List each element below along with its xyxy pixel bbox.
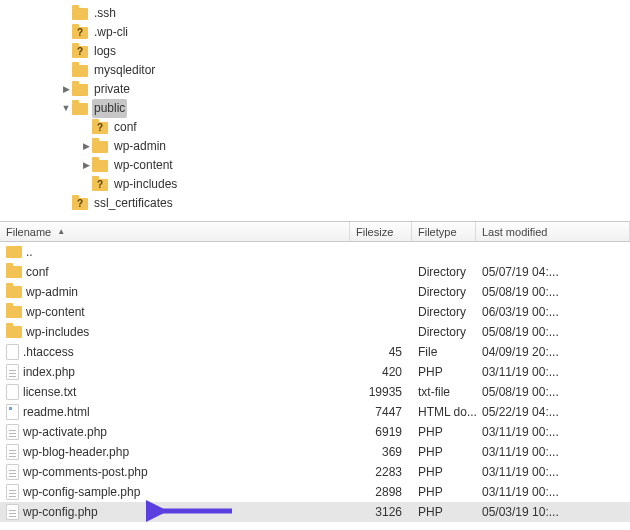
folder-tree: .ssh.wp-clilogsmysqleditor▶private▼publi… xyxy=(0,0,630,222)
file-row[interactable]: wp-contentDirectory06/03/19 00:... xyxy=(0,302,630,322)
tree-item-label: private xyxy=(92,80,132,99)
cell-filetype: Directory xyxy=(412,262,476,282)
cell-filesize: 2283 xyxy=(350,462,412,482)
folder-icon xyxy=(6,266,22,278)
cell-filesize: 7447 xyxy=(350,402,412,422)
cell-filetype: Directory xyxy=(412,302,476,322)
tree-item-label: wp-admin xyxy=(112,137,168,156)
cell-lastmodified: 03/11/19 00:... xyxy=(476,462,630,482)
filename-label: wp-comments-post.php xyxy=(23,462,148,482)
tree-item-label: public xyxy=(92,99,127,118)
tree-item-label: wp-includes xyxy=(112,175,179,194)
header-filetype[interactable]: Filetype xyxy=(412,222,476,241)
tree-item-sslcertificates[interactable]: ssl_certificates xyxy=(0,194,630,213)
file-row[interactable]: license.txt19935txt-file05/08/19 00:... xyxy=(0,382,630,402)
sort-ascending-icon: ▲ xyxy=(57,227,65,236)
file-row[interactable]: wp-includesDirectory05/08/19 00:... xyxy=(0,322,630,342)
cell-filename: wp-content xyxy=(0,302,350,322)
cell-lastmodified: 05/03/19 10:... xyxy=(476,502,630,522)
header-filesize[interactable]: Filesize xyxy=(350,222,412,241)
file-row[interactable]: wp-activate.php6919PHP03/11/19 00:... xyxy=(0,422,630,442)
cell-filesize: 19935 xyxy=(350,382,412,402)
tree-item-private[interactable]: ▶private xyxy=(0,80,630,99)
html-file-icon xyxy=(6,404,19,420)
tree-item-conf[interactable]: conf xyxy=(0,118,630,137)
folder-icon xyxy=(72,44,88,60)
folder-icon xyxy=(92,158,108,174)
php-file-icon xyxy=(6,464,19,480)
filename-label: wp-content xyxy=(26,302,85,322)
tree-item-wpadmin[interactable]: ▶wp-admin xyxy=(0,137,630,156)
cell-filetype: File xyxy=(412,342,476,362)
cell-filetype: PHP xyxy=(412,502,476,522)
disclosure-closed-icon[interactable]: ▶ xyxy=(60,80,72,99)
tree-item-label: .ssh xyxy=(92,4,118,23)
cell-lastmodified: 03/11/19 00:... xyxy=(476,422,630,442)
cell-filename: wp-config-sample.php xyxy=(0,482,350,502)
filename-label: license.txt xyxy=(23,382,76,402)
file-row[interactable]: wp-config-sample.php2898PHP03/11/19 00:.… xyxy=(0,482,630,502)
php-file-icon xyxy=(6,504,19,520)
filename-label: index.php xyxy=(23,362,75,382)
header-filename[interactable]: Filename ▲ xyxy=(0,222,350,241)
filename-label: wp-config.php xyxy=(23,502,98,522)
cell-filename: wp-admin xyxy=(0,282,350,302)
tree-item-label: .wp-cli xyxy=(92,23,130,42)
cell-filename: .. xyxy=(0,242,350,262)
file-row[interactable]: .htaccess45File04/09/19 20:... xyxy=(0,342,630,362)
cell-filename: readme.html xyxy=(0,402,350,422)
folder-icon xyxy=(6,306,22,318)
cell-filetype: Directory xyxy=(412,322,476,342)
file-row[interactable]: wp-comments-post.php2283PHP03/11/19 00:.… xyxy=(0,462,630,482)
folder-icon xyxy=(72,6,88,22)
file-row[interactable]: wp-blog-header.php369PHP03/11/19 00:... xyxy=(0,442,630,462)
file-row[interactable]: wp-config.php3126PHP05/03/19 10:... xyxy=(0,502,630,522)
tree-item-label: mysqleditor xyxy=(92,61,157,80)
file-row[interactable]: wp-adminDirectory05/08/19 00:... xyxy=(0,282,630,302)
file-row[interactable]: index.php420PHP03/11/19 00:... xyxy=(0,362,630,382)
filename-label: wp-activate.php xyxy=(23,422,107,442)
tree-item-logs[interactable]: logs xyxy=(0,42,630,61)
cell-filename: wp-config.php xyxy=(0,502,350,522)
header-lastmodified[interactable]: Last modified xyxy=(476,222,630,241)
cell-lastmodified: 04/09/19 20:... xyxy=(476,342,630,362)
tree-item-wpcli[interactable]: .wp-cli xyxy=(0,23,630,42)
cell-filetype: PHP xyxy=(412,362,476,382)
file-row[interactable]: readme.html7447HTML do...05/22/19 04:... xyxy=(0,402,630,422)
tree-item-wpincludes[interactable]: wp-includes xyxy=(0,175,630,194)
folder-icon xyxy=(72,82,88,98)
tree-item-ssh[interactable]: .ssh xyxy=(0,4,630,23)
cell-filesize: 3126 xyxy=(350,502,412,522)
disclosure-closed-icon[interactable]: ▶ xyxy=(80,137,92,156)
header-filesize-label: Filesize xyxy=(356,226,393,238)
column-header: Filename ▲ Filesize Filetype Last modifi… xyxy=(0,222,630,242)
folder-icon xyxy=(92,177,108,193)
tree-item-label: wp-content xyxy=(112,156,175,175)
filename-label: .. xyxy=(26,242,33,262)
php-file-icon xyxy=(6,484,19,500)
cell-lastmodified: 03/11/19 00:... xyxy=(476,482,630,502)
folder-icon xyxy=(72,63,88,79)
tree-item-public[interactable]: ▼public xyxy=(0,99,630,118)
cell-filesize: 2898 xyxy=(350,482,412,502)
cell-filename: wp-blog-header.php xyxy=(0,442,350,462)
disclosure-open-icon[interactable]: ▼ xyxy=(60,99,72,118)
parent-dir-row[interactable]: .. xyxy=(0,242,630,262)
cell-filename: index.php xyxy=(0,362,350,382)
header-filename-label: Filename xyxy=(6,226,51,238)
cell-filetype: PHP xyxy=(412,482,476,502)
filename-label: wp-admin xyxy=(26,282,78,302)
cell-lastmodified: 05/08/19 00:... xyxy=(476,282,630,302)
filename-label: wp-includes xyxy=(26,322,89,342)
tree-item-mysqleditor[interactable]: mysqleditor xyxy=(0,61,630,80)
cell-filetype: PHP xyxy=(412,462,476,482)
disclosure-closed-icon[interactable]: ▶ xyxy=(80,156,92,175)
filename-label: .htaccess xyxy=(23,342,74,362)
cell-lastmodified: 03/11/19 00:... xyxy=(476,442,630,462)
tree-item-wpcontent[interactable]: ▶wp-content xyxy=(0,156,630,175)
cell-filetype: HTML do... xyxy=(412,402,476,422)
cell-filetype: txt-file xyxy=(412,382,476,402)
file-row[interactable]: confDirectory05/07/19 04:... xyxy=(0,262,630,282)
cell-filetype: PHP xyxy=(412,422,476,442)
filename-label: readme.html xyxy=(23,402,90,422)
